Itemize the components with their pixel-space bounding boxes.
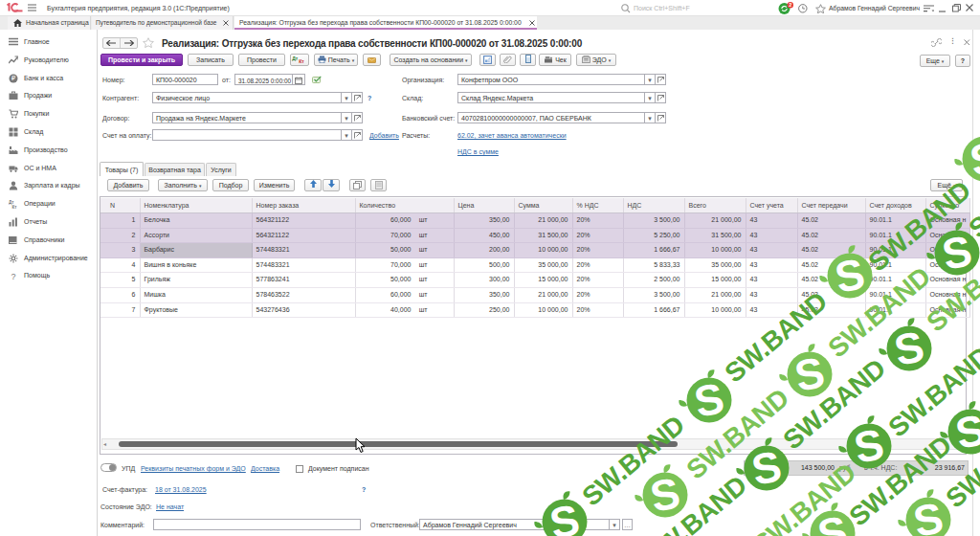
svg-text:2: 2 bbox=[789, 2, 791, 8]
svg-text:SW.BAND: SW.BAND bbox=[638, 470, 752, 536]
svg-text:?: ? bbox=[11, 272, 15, 281]
svg-text:₽: ₽ bbox=[11, 75, 16, 81]
svg-text:Кт: Кт bbox=[12, 205, 18, 210]
